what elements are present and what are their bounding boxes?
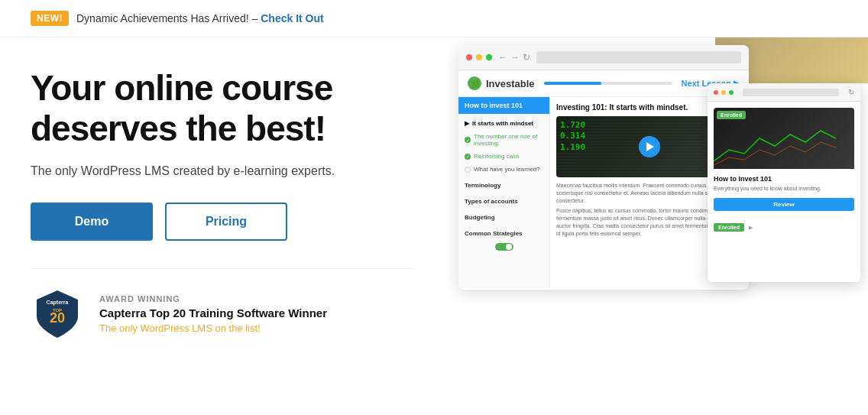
- browser-bar: ← → ↻: [458, 45, 749, 70]
- lms-progress-fill: [544, 82, 602, 85]
- lms-section-terminology[interactable]: Terminology: [458, 179, 549, 192]
- award-subtitle: The only WordPress LMS on the list!: [99, 323, 327, 334]
- browser-nav: ← → ↻: [498, 52, 530, 63]
- ticker-numbers: 1.7200.3141.190: [560, 120, 585, 153]
- play-button[interactable]: [639, 136, 660, 157]
- lms-logo-name: Investable: [486, 78, 535, 89]
- demo-button[interactable]: Demo: [31, 203, 153, 241]
- course-card-title-2: How to Invest 101: [714, 175, 854, 183]
- circle-empty-1: [465, 167, 471, 173]
- lms-progress-bar: [544, 82, 672, 85]
- refresh-icon-2[interactable]: ↻: [848, 88, 854, 96]
- course-card-desc-2: Everything you need to know about invest…: [714, 185, 854, 192]
- hero-subtitle: The only WordPress LMS created by e-lear…: [31, 164, 413, 178]
- award-text-block: AWARD WINNING Capterra Top 20 Training S…: [99, 294, 327, 334]
- course-card-2: Enrolled How to Invest 101 Everything yo…: [714, 108, 854, 217]
- browser-mockup-secondary: ↻ Enrolled How to Invest 101 Everythin: [708, 83, 860, 282]
- award-label: AWARD WINNING: [99, 294, 327, 303]
- enrolled-badge-bottom: Enrolled: [714, 223, 744, 232]
- browser-content-2: Enrolled How to Invest 101 Everything yo…: [708, 102, 860, 238]
- dot-yellow: [476, 54, 482, 60]
- dot-sm-yellow: [721, 90, 726, 95]
- lms-section-budgeting[interactable]: Budgeting: [458, 211, 549, 224]
- lms-body: How to invest 101 ▶ It starts with minds…: [458, 97, 749, 288]
- divider: [31, 268, 413, 269]
- svg-text:20: 20: [50, 310, 65, 326]
- pricing-button[interactable]: Pricing: [165, 203, 287, 241]
- lms-sidebar-item-2[interactable]: ✓ Reinforcing calm: [458, 150, 549, 163]
- announcement-bar: NEW! Dynamic Achievements Has Arrived! –…: [0, 0, 868, 37]
- lms-section-strategies[interactable]: Common Strategies: [458, 227, 549, 240]
- course-card-body-2: How to Invest 101 Everything you need to…: [714, 169, 854, 217]
- lms-sidebar-item-1[interactable]: ✓ The number one rule of investing.: [458, 130, 549, 150]
- course-card-image-2: Enrolled: [714, 108, 854, 169]
- dot-green: [486, 54, 492, 60]
- new-badge: NEW!: [31, 11, 69, 26]
- address-bar-2: [743, 89, 839, 96]
- browser-mockup-main: ← → ↻ 🌿 Investable Next Lesson ▶: [458, 45, 749, 290]
- dot-sm-green: [729, 90, 734, 95]
- enrolled-badge: Enrolled: [717, 111, 746, 119]
- button-group: Demo Pricing: [31, 203, 413, 241]
- award-title: Capterra Top 20 Training Software Winner: [99, 306, 327, 319]
- browser-bar-2: ↻: [708, 83, 860, 102]
- dot-red: [466, 54, 472, 60]
- lms-sidebar-course-title: How to invest 101: [458, 97, 549, 114]
- dot-sm-red: [714, 90, 718, 95]
- browser-dots: [466, 54, 492, 60]
- lms-header: 🌿 Investable Next Lesson ▶: [458, 70, 749, 97]
- right-panel: ← → ↻ 🌿 Investable Next Lesson ▶: [443, 37, 868, 413]
- enrolled-extra: ▶: [749, 225, 753, 231]
- browser-address-bar: [536, 51, 741, 63]
- play-icon: [646, 142, 654, 151]
- lms-logo-icon: 🌿: [468, 76, 481, 90]
- enrolled-section: Enrolled ▶: [714, 223, 854, 232]
- svg-text:Capterra: Capterra: [47, 300, 69, 306]
- capterra-badge: Capterra TOP 20: [31, 287, 84, 341]
- main-content: Your online course deserves the best! Th…: [0, 37, 868, 413]
- lms-logo: 🌿 Investable: [468, 76, 535, 90]
- announcement-link[interactable]: Check It Out: [261, 12, 323, 24]
- review-button[interactable]: Review: [714, 198, 854, 211]
- lms-sidebar-item-active[interactable]: ▶ It starts with mindset: [458, 117, 549, 130]
- lms-sidebar-items: ▶ It starts with mindset ✓ The number on…: [458, 114, 549, 257]
- checkmark-2: ✓: [465, 154, 471, 160]
- lms-sidebar: How to invest 101 ▶ It starts with minds…: [458, 97, 550, 288]
- award-section: Capterra TOP 20 AWARD WINNING Capterra T…: [31, 287, 413, 341]
- checkmark-1: ✓: [465, 137, 471, 143]
- left-panel: Your online course deserves the best! Th…: [0, 37, 443, 413]
- hero-title: Your online course deserves the best!: [31, 68, 413, 149]
- announcement-text: Dynamic Achievements Has Arrived! – Chec…: [76, 12, 324, 24]
- browser-dots-2: [714, 90, 734, 95]
- lms-sidebar-item-3[interactable]: What have you learned?: [458, 163, 549, 176]
- lms-toggle[interactable]: [495, 243, 513, 251]
- lms-section-accounts[interactable]: Types of accounts: [458, 195, 549, 208]
